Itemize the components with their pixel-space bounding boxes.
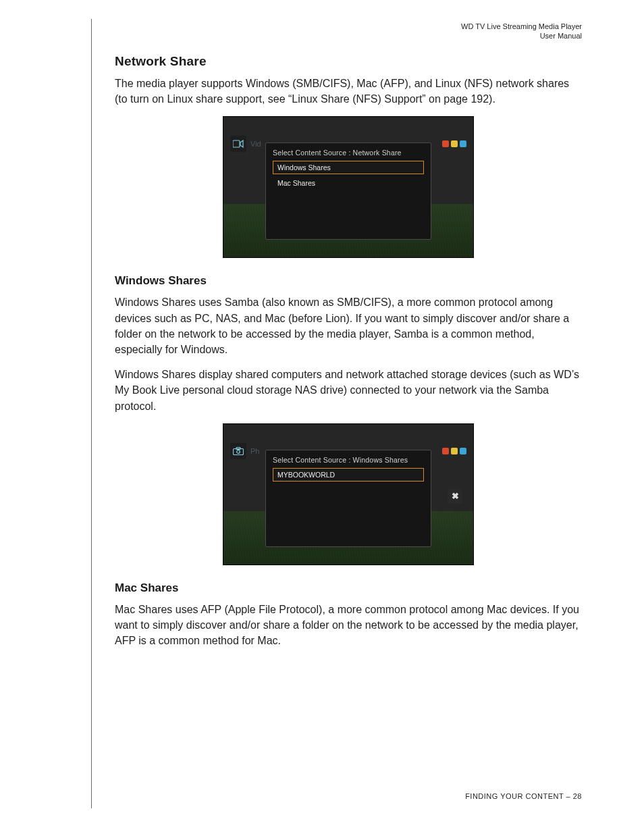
video-icon <box>230 136 246 152</box>
running-header: WD TV Live Streaming Media Player User M… <box>461 22 582 41</box>
dot <box>451 140 458 147</box>
figure-2-wrap: Ph Select Content Source : Windows Share… <box>115 423 582 565</box>
figure-2-side-label: Ph <box>250 447 259 455</box>
page: WD TV Live Streaming Media Player User M… <box>0 0 644 834</box>
para-windows-shares-1: Windows Shares uses Samba (also known as… <box>115 294 582 357</box>
photo-icon <box>230 443 246 459</box>
dot <box>442 448 449 454</box>
header-doc-type: User Manual <box>461 31 582 41</box>
figure-1-top-dots <box>442 140 466 147</box>
para-network-share-1: The media player supports Windows (SMB/C… <box>115 76 582 107</box>
footer-sep: – <box>564 792 573 800</box>
footer-page: 28 <box>573 792 582 800</box>
figure-1-item-1[interactable]: Mac Shares <box>273 176 424 190</box>
figure-2-screen: Ph Select Content Source : Windows Share… <box>223 423 474 565</box>
dot <box>460 140 466 147</box>
heading-windows-shares: Windows Shares <box>115 274 582 288</box>
side-rule <box>91 19 92 808</box>
content: Network Share The media player supports … <box>115 54 582 658</box>
figure-1-screen: Vid Select Content Source : Network Shar… <box>223 116 474 258</box>
figure-2-dialog: Select Content Source : Windows Shares M… <box>265 450 431 547</box>
heading-network-share: Network Share <box>115 54 582 69</box>
close-icon[interactable]: ✖ <box>448 489 462 504</box>
figure-1-wrap: Vid Select Content Source : Network Shar… <box>115 116 582 258</box>
figure-1-side-label: Vid <box>250 140 261 148</box>
heading-mac-shares: Mac Shares <box>115 581 582 595</box>
figure-2-item-0[interactable]: MYBOOKWORLD <box>273 468 424 481</box>
figure-1-dialog-title: Select Content Source : Network Share <box>273 149 424 157</box>
figure-1-dialog: Select Content Source : Network Share Wi… <box>265 142 431 240</box>
svg-rect-0 <box>233 140 240 147</box>
para-windows-shares-2: Windows Shares display shared computers … <box>115 367 582 414</box>
dot <box>451 448 458 454</box>
figure-2-dialog-title: Select Content Source : Windows Shares <box>273 456 424 464</box>
para-mac-shares-1: Mac Shares uses AFP (Apple File Protocol… <box>115 602 582 649</box>
dot <box>460 448 466 454</box>
footer: FINDING YOUR CONTENT – 28 <box>465 792 582 800</box>
figure-2-top-dots <box>442 448 466 454</box>
figure-1-item-0[interactable]: Windows Shares <box>273 161 424 174</box>
footer-section: FINDING YOUR CONTENT <box>465 792 564 800</box>
svg-point-3 <box>237 450 240 453</box>
dot <box>442 140 449 147</box>
header-product: WD TV Live Streaming Media Player <box>461 22 582 31</box>
